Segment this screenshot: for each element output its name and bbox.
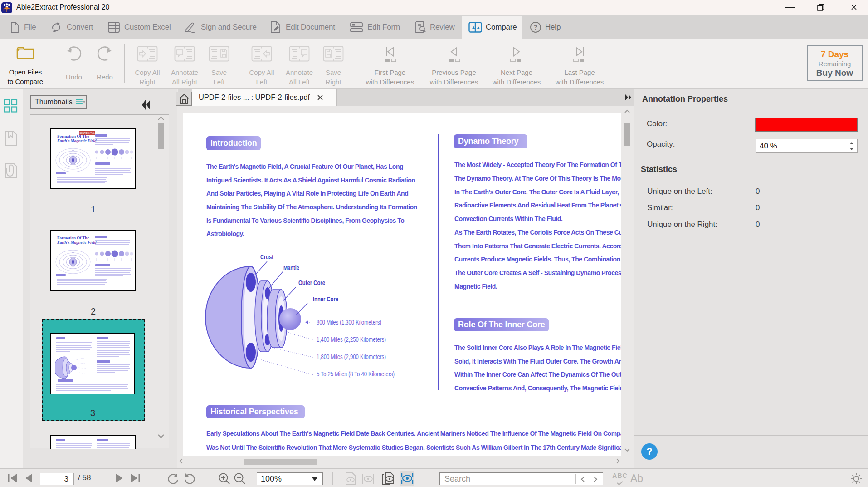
svg-text:Inner Core: Inner Core xyxy=(313,295,338,303)
svg-text:800 Miles (1,300 Kilometers): 800 Miles (1,300 Kilometers) xyxy=(317,319,381,326)
svg-text:1,400 Miles (2,250 Kilometers): 1,400 Miles (2,250 Kilometers) xyxy=(317,336,386,343)
svg-text:1,800 Miles (2,900 Kilometers): 1,800 Miles (2,900 Kilometers) xyxy=(317,353,386,360)
svg-text:?: ? xyxy=(534,24,537,31)
svg-text:Crust: Crust xyxy=(260,253,273,261)
svg-text:Outer Core: Outer Core xyxy=(298,279,325,286)
svg-text:Mantle: Mantle xyxy=(283,264,299,271)
svg-text:5 To 25 Miles (8 To 40 Kilomet: 5 To 25 Miles (8 To 40 Kilometers) xyxy=(317,370,395,378)
